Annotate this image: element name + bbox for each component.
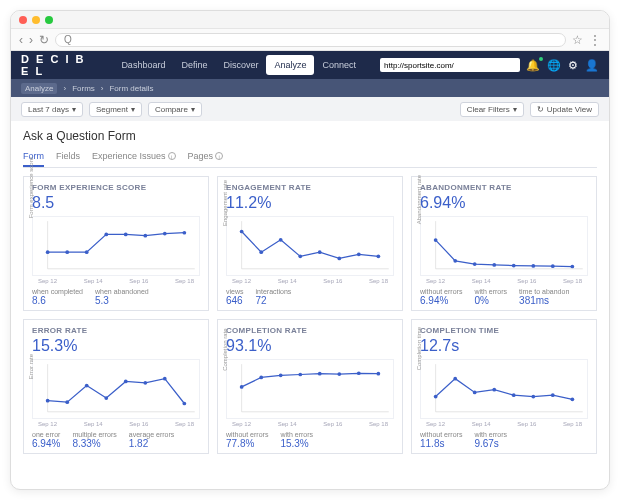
svg-point-39	[182, 402, 186, 406]
card-title: COMPLETION RATE	[226, 326, 394, 335]
subtab-fields[interactable]: Fields	[56, 147, 80, 167]
chart: Completion rate	[226, 359, 394, 419]
crumb-sep: ›	[63, 84, 66, 93]
crumb-analyze[interactable]: Analyze	[21, 83, 57, 94]
site-url-field[interactable]	[380, 58, 520, 72]
x-tick: Sep 16	[323, 278, 342, 284]
stat-value: 381ms	[519, 295, 569, 306]
card-title: COMPLETION TIME	[420, 326, 588, 335]
maximize-window-icon[interactable]	[45, 16, 53, 24]
star-icon[interactable]: ☆	[572, 33, 583, 47]
period-dropdown[interactable]: Last 7 days ▾	[21, 102, 83, 117]
nav-tab-discover[interactable]: Discover	[215, 55, 266, 75]
svg-point-22	[434, 238, 438, 242]
site-url-input[interactable]	[380, 58, 520, 72]
stat-interactions: interactions72	[256, 288, 292, 306]
compare-dropdown[interactable]: Compare ▾	[148, 102, 202, 117]
crumb-forms[interactable]: Forms	[72, 84, 95, 93]
svg-point-37	[143, 381, 147, 385]
subtab-experience-issues[interactable]: Experience Issuesi	[92, 147, 176, 167]
x-tick: Sep 18	[563, 278, 582, 284]
card-value: 8.5	[32, 194, 200, 212]
svg-point-15	[298, 254, 302, 258]
x-tick: Sep 14	[472, 278, 491, 284]
globe-icon[interactable]: 🌐	[547, 59, 561, 72]
card-title: ERROR RATE	[32, 326, 200, 335]
back-icon[interactable]: ‹	[19, 33, 23, 47]
x-tick: Sep 12	[232, 278, 251, 284]
y-axis-label: Form experience score	[28, 157, 34, 218]
minimize-window-icon[interactable]	[32, 16, 40, 24]
stat-label: without errors	[226, 431, 268, 438]
svg-point-16	[318, 250, 322, 254]
x-axis-labels: Sep 12Sep 14Sep 16Sep 18	[32, 419, 200, 427]
svg-point-13	[259, 250, 263, 254]
x-tick: Sep 12	[38, 278, 57, 284]
chart: Form experience score	[32, 216, 200, 276]
card-title: ABANDONMENT RATE	[420, 183, 588, 192]
svg-point-25	[492, 263, 496, 267]
chart: Engagement rate	[226, 216, 394, 276]
svg-point-52	[434, 395, 438, 399]
page-title: Ask a Question Form	[23, 129, 597, 143]
stat-value: 8.6	[32, 295, 83, 306]
x-tick: Sep 18	[175, 421, 194, 427]
svg-point-49	[376, 372, 380, 376]
update-view-button[interactable]: ↻ Update View	[530, 102, 599, 117]
info-icon[interactable]: i	[215, 152, 223, 160]
refresh-icon[interactable]: ↻	[39, 33, 49, 47]
card-value: 12.7s	[420, 337, 588, 355]
stat-label: one error	[32, 431, 60, 438]
card-grid: FORM EXPERIENCE SCORE8.5Form experience …	[23, 176, 597, 454]
nav-tab-connect[interactable]: Connect	[314, 55, 364, 75]
chevron-down-icon: ▾	[131, 105, 135, 114]
card-footer-stats: one error6.94%multiple errors8.33%averag…	[32, 431, 200, 449]
svg-point-32	[46, 399, 50, 403]
stat-value: 9.67s	[474, 438, 507, 449]
nav-tab-define[interactable]: Define	[173, 55, 215, 75]
svg-point-19	[376, 254, 380, 258]
svg-point-6	[124, 233, 128, 237]
svg-point-29	[570, 265, 574, 269]
stat-when-completed: when completed8.6	[32, 288, 83, 306]
stat-label: multiple errors	[72, 431, 116, 438]
stat-with-errors: with errors15.3%	[280, 431, 313, 449]
nav-tab-dashboard[interactable]: Dashboard	[113, 55, 173, 75]
svg-point-26	[512, 264, 516, 268]
svg-point-12	[240, 230, 244, 234]
card-value: 93.1%	[226, 337, 394, 355]
content: Ask a Question Form FormFieldsExperience…	[11, 121, 609, 489]
clear-filters-button[interactable]: Clear Filters ▾	[460, 102, 524, 117]
svg-point-35	[104, 396, 108, 400]
crumb-form-details[interactable]: Form details	[109, 84, 153, 93]
bell-icon[interactable]: 🔔	[526, 59, 540, 72]
browser-toolbar: ‹ › ↻ Q ☆ ⋮	[11, 29, 609, 51]
omnibox[interactable]: Q	[55, 33, 566, 47]
stat-value: 11.8s	[420, 438, 462, 449]
x-tick: Sep 18	[369, 421, 388, 427]
segment-dropdown[interactable]: Segment ▾	[89, 102, 142, 117]
y-axis-label: Completion rate	[222, 328, 228, 370]
nav-tabs: DashboardDefineDiscoverAnalyzeConnect	[113, 55, 364, 75]
forward-icon[interactable]: ›	[29, 33, 33, 47]
svg-point-9	[182, 231, 186, 235]
user-icon[interactable]: 👤	[585, 59, 599, 72]
svg-point-38	[163, 377, 167, 381]
subtab-pages[interactable]: Pagesi	[188, 147, 224, 167]
svg-point-33	[65, 400, 69, 404]
svg-point-23	[453, 259, 457, 263]
gear-icon[interactable]: ⚙	[568, 59, 578, 72]
svg-point-18	[357, 252, 361, 256]
nav-tab-analyze[interactable]: Analyze	[266, 55, 314, 75]
info-icon[interactable]: i	[168, 152, 176, 160]
svg-point-57	[531, 395, 535, 399]
menu-icon[interactable]: ⋮	[589, 33, 601, 47]
stat-label: average errors	[129, 431, 175, 438]
card-title: ENGAGEMENT RATE	[226, 183, 394, 192]
x-tick: Sep 14	[84, 278, 103, 284]
svg-point-4	[85, 250, 89, 254]
close-window-icon[interactable]	[19, 16, 27, 24]
stat-multiple-errors: multiple errors8.33%	[72, 431, 116, 449]
x-tick: Sep 16	[517, 421, 536, 427]
svg-point-8	[163, 232, 167, 236]
